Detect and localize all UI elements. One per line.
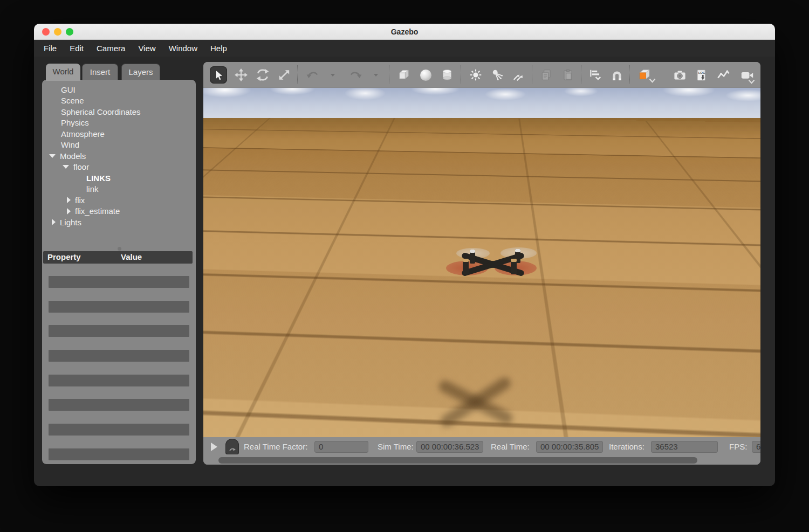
step-button[interactable] bbox=[225, 437, 239, 456]
tree-item-gui[interactable]: GUI bbox=[42, 84, 196, 95]
copy-icon bbox=[539, 68, 553, 82]
select-tool-button[interactable] bbox=[210, 66, 227, 84]
menu-camera[interactable]: Camera bbox=[97, 44, 125, 53]
splitter-handle[interactable] bbox=[118, 247, 121, 251]
collapse-arrow-icon[interactable] bbox=[63, 165, 69, 169]
menu-window[interactable]: Window bbox=[169, 44, 197, 53]
align-button[interactable] bbox=[587, 66, 604, 84]
move-icon bbox=[234, 68, 248, 82]
tab-insert[interactable]: Insert bbox=[82, 64, 118, 80]
redo-history-chevron-icon[interactable] bbox=[374, 74, 378, 77]
tree-item-physics[interactable]: Physics bbox=[42, 118, 196, 129]
tab-world[interactable]: World bbox=[46, 64, 80, 81]
tree-item-wind[interactable]: Wind bbox=[42, 140, 196, 151]
table-row bbox=[49, 448, 189, 460]
tree-item-flix[interactable]: flix bbox=[42, 195, 196, 206]
tree-item-flix-estimate[interactable]: flix_estimate bbox=[42, 206, 196, 217]
sky bbox=[203, 88, 760, 118]
plot-icon bbox=[716, 68, 731, 82]
menu-bar: File Edit Camera View Window Help bbox=[34, 40, 775, 57]
collapse-arrow-icon[interactable] bbox=[49, 154, 56, 158]
insert-cylinder-button[interactable] bbox=[438, 66, 456, 84]
window-title: Gazebo bbox=[34, 24, 775, 40]
sim-time-field[interactable]: 00 00:00:36.523 bbox=[416, 437, 483, 456]
copy-button[interactable] bbox=[538, 66, 555, 84]
viewport-toolbar: LOG bbox=[203, 62, 760, 87]
insert-spot-light-button[interactable] bbox=[489, 66, 506, 84]
scale-icon bbox=[277, 68, 291, 82]
tree-item-links-header[interactable]: LINKS bbox=[42, 172, 196, 184]
drone-motor bbox=[511, 259, 517, 274]
scene-tree: GUI Scene Spherical Coordinates Physics … bbox=[42, 84, 196, 228]
tree-item-atmosphere[interactable]: Atmosphere bbox=[42, 128, 196, 140]
play-button[interactable] bbox=[211, 437, 217, 456]
box-icon bbox=[397, 68, 411, 82]
undo-icon bbox=[306, 68, 320, 82]
tree-item-lights[interactable]: Lights bbox=[42, 217, 196, 228]
sphere-icon bbox=[420, 70, 431, 81]
gazebo-window: Gazebo File Edit Camera View Window Help… bbox=[34, 24, 775, 486]
translate-tool-button[interactable] bbox=[232, 66, 250, 84]
simulation-status-bar: Real Time Factor: 0 Sim Time: 00 00:00:3… bbox=[203, 437, 760, 456]
tree-item-link[interactable]: link bbox=[42, 184, 196, 195]
real-time-factor-label: Real Time Factor: bbox=[244, 437, 307, 456]
menu-file[interactable]: File bbox=[44, 44, 57, 53]
insert-point-light-button[interactable] bbox=[467, 66, 484, 84]
tree-item-floor[interactable]: floor bbox=[42, 162, 196, 173]
scrollbar-thumb[interactable] bbox=[218, 457, 697, 464]
expand-arrow-icon[interactable] bbox=[52, 219, 56, 225]
table-row bbox=[49, 350, 189, 362]
rotate-tool-button[interactable] bbox=[254, 66, 271, 84]
insert-sphere-button[interactable] bbox=[417, 66, 434, 84]
paste-button[interactable] bbox=[559, 66, 577, 84]
undo-history-chevron-icon[interactable] bbox=[331, 74, 335, 77]
real-time-factor-field[interactable]: 0 bbox=[314, 437, 368, 456]
redo-button[interactable] bbox=[347, 66, 364, 84]
property-column-header: Property bbox=[47, 252, 81, 261]
3d-viewport[interactable] bbox=[203, 88, 760, 437]
sim-time-label: Sim Time: bbox=[378, 437, 414, 456]
cylinder-icon bbox=[440, 68, 454, 82]
undo-button[interactable] bbox=[304, 66, 321, 84]
snap-button[interactable] bbox=[608, 66, 626, 84]
magnet-icon bbox=[610, 68, 624, 82]
log-label: LOG bbox=[698, 71, 705, 74]
horizontal-scrollbar[interactable] bbox=[203, 456, 760, 465]
expand-arrow-icon[interactable] bbox=[67, 197, 71, 203]
wood-floor bbox=[203, 118, 760, 437]
insert-box-button[interactable] bbox=[395, 66, 413, 84]
fps-field[interactable]: 62 bbox=[752, 437, 760, 456]
view-angle-chevron-icon[interactable] bbox=[648, 72, 656, 89]
tree-item-models[interactable]: Models bbox=[42, 150, 196, 162]
toolbar-separator bbox=[581, 65, 581, 84]
insert-directional-light-button[interactable] bbox=[510, 66, 527, 84]
real-time-label: Real Time: bbox=[491, 437, 530, 456]
tree-item-scene[interactable]: Scene bbox=[42, 95, 196, 107]
table-row bbox=[49, 301, 189, 313]
horizon-haze bbox=[203, 118, 760, 140]
expand-arrow-icon[interactable] bbox=[67, 208, 71, 215]
tree-item-spherical-coordinates[interactable]: Spherical Coordinates bbox=[42, 106, 196, 118]
toolbar-separator bbox=[389, 65, 389, 84]
paste-icon bbox=[561, 68, 575, 82]
directional-light-icon bbox=[512, 68, 526, 82]
menu-edit[interactable]: Edit bbox=[70, 44, 84, 53]
step-icon bbox=[229, 447, 236, 452]
screenshot-button[interactable] bbox=[671, 66, 688, 84]
iterations-field[interactable]: 36523 bbox=[651, 437, 718, 456]
menu-view[interactable]: View bbox=[138, 44, 155, 53]
title-bar[interactable]: Gazebo bbox=[34, 24, 775, 40]
scale-tool-button[interactable] bbox=[276, 66, 293, 84]
plot-button[interactable] bbox=[715, 66, 732, 84]
table-row bbox=[49, 375, 189, 386]
redo-icon bbox=[348, 68, 362, 82]
table-row bbox=[49, 325, 189, 337]
render-viewport: LOG bbox=[203, 62, 760, 465]
real-time-field[interactable]: 00 00:00:35.805 bbox=[536, 437, 603, 456]
log-record-button[interactable]: LOG bbox=[693, 66, 710, 84]
tab-layers[interactable]: Layers bbox=[121, 64, 160, 80]
play-icon bbox=[211, 443, 217, 451]
spot-light-icon bbox=[490, 68, 504, 82]
world-panel: GUI Scene Spherical Coordinates Physics … bbox=[42, 80, 196, 464]
menu-help[interactable]: Help bbox=[210, 44, 227, 53]
